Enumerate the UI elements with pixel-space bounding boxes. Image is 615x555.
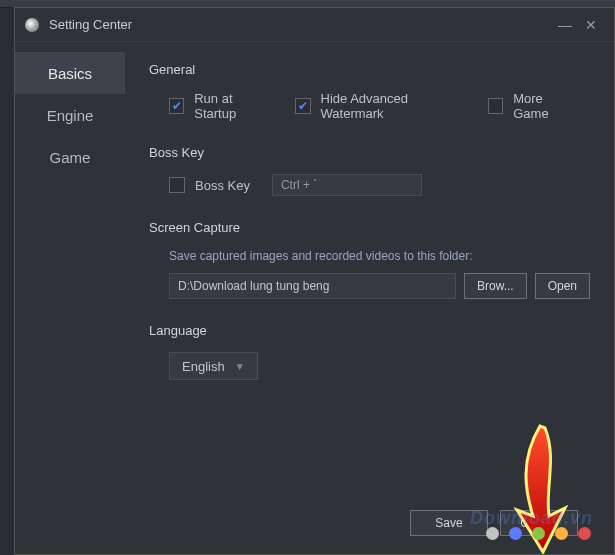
label-hide-watermark: Hide Advanced Watermark — [321, 91, 466, 121]
app-icon — [25, 18, 39, 32]
hotkey-input[interactable]: Ctrl + ` — [272, 174, 422, 196]
language-select[interactable]: English ▼ — [169, 352, 258, 380]
checkbox-more-game[interactable]: ✔ — [488, 98, 503, 114]
capture-path-input[interactable]: D:\Download lung tung beng — [169, 273, 456, 299]
dot-2 — [509, 527, 522, 540]
screen-capture-help: Save captured images and recorded videos… — [149, 249, 590, 263]
open-button[interactable]: Open — [535, 273, 590, 299]
titlebar: Setting Center — ✕ — [15, 8, 614, 42]
dot-3 — [532, 527, 545, 540]
label-boss-key: Boss Key — [195, 178, 250, 193]
watermark-text: Download.vn — [470, 508, 593, 529]
dot-1 — [486, 527, 499, 540]
label-run-at-startup: Run at Startup — [194, 91, 273, 121]
tab-basics[interactable]: Basics — [15, 52, 125, 94]
section-title-screen-capture: Screen Capture — [149, 220, 590, 235]
checkbox-boss-key[interactable]: ✔ — [169, 177, 185, 193]
section-screen-capture: Screen Capture Save captured images and … — [149, 220, 590, 299]
section-title-boss-key: Boss Key — [149, 145, 590, 160]
tab-game[interactable]: Game — [15, 136, 125, 178]
section-general: General ✔ Run at Startup ✔ Hide Advanced… — [149, 62, 590, 121]
window-title: Setting Center — [49, 17, 552, 32]
chevron-down-icon: ▼ — [235, 361, 245, 372]
section-title-language: Language — [149, 323, 590, 338]
settings-content: General ✔ Run at Startup ✔ Hide Advanced… — [125, 42, 614, 554]
label-more-game: More Game — [513, 91, 578, 121]
browse-button[interactable]: Brow... — [464, 273, 527, 299]
sidebar: Basics Engine Game — [15, 42, 125, 554]
minimize-button[interactable]: — — [552, 17, 578, 33]
close-button[interactable]: ✕ — [578, 17, 604, 33]
dot-4 — [555, 527, 568, 540]
tab-engine[interactable]: Engine — [15, 94, 125, 136]
checkbox-hide-watermark[interactable]: ✔ — [295, 98, 310, 114]
settings-window: Setting Center — ✕ Basics Engine Game Ge… — [14, 7, 615, 555]
checkbox-run-at-startup[interactable]: ✔ — [169, 98, 184, 114]
section-boss-key: Boss Key ✔ Boss Key Ctrl + ` — [149, 145, 590, 196]
section-title-general: General — [149, 62, 590, 77]
language-value: English — [182, 359, 225, 374]
dot-5 — [578, 527, 591, 540]
color-dots — [486, 527, 591, 540]
section-language: Language English ▼ — [149, 323, 590, 380]
